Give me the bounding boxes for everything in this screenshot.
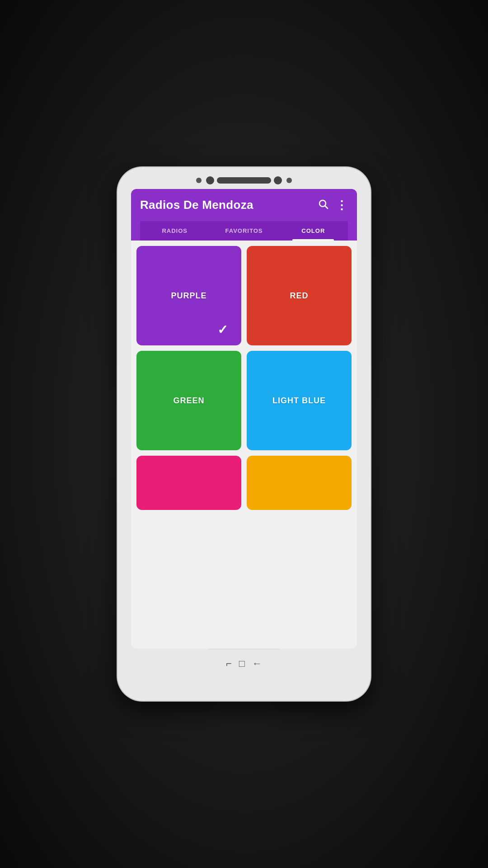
app-header: Radios De Mendoza ⋮ RADIOS [131, 189, 357, 241]
bottom-nav: ⌐ □ ← [209, 649, 279, 678]
color-grid: PURPLE ✓ RED GREEN LIGHT BLUE [136, 246, 352, 510]
color-tile-purple[interactable]: PURPLE ✓ [136, 246, 241, 345]
color-label-light-blue: LIGHT BLUE [272, 396, 326, 406]
color-tile-red[interactable]: RED [247, 246, 352, 345]
camera-dot [206, 176, 214, 184]
phone-frame: Radios De Mendoza ⋮ RADIOS [117, 167, 371, 701]
header-icons: ⋮ [318, 198, 348, 212]
recent-apps-button[interactable]: ⌐ [222, 654, 235, 673]
tab-radios[interactable]: RADIOS [140, 221, 209, 241]
color-label-green: GREEN [173, 396, 204, 406]
sensor-dot-3 [274, 176, 282, 184]
color-label-red: RED [290, 291, 308, 301]
color-tile-pink[interactable] [136, 456, 241, 510]
color-tile-orange[interactable] [247, 456, 352, 510]
sensor-dot-1 [196, 178, 202, 183]
app-title: Radios De Mendoza [140, 198, 253, 212]
color-label-purple: PURPLE [171, 291, 206, 301]
header-top: Radios De Mendoza ⋮ [140, 198, 348, 221]
svg-line-1 [325, 206, 328, 208]
home-button[interactable]: □ [235, 654, 249, 673]
tab-bar: RADIOS FAVORITOS COLOR [140, 221, 348, 241]
screen: Radios De Mendoza ⋮ RADIOS [131, 189, 357, 649]
search-icon[interactable] [318, 198, 328, 212]
color-tile-light-blue[interactable]: LIGHT BLUE [247, 351, 352, 450]
tab-favoritos[interactable]: FAVORITOS [209, 221, 278, 241]
sensor-dot-4 [286, 178, 292, 183]
sensor-bar [117, 176, 371, 184]
color-tile-green[interactable]: GREEN [136, 351, 241, 450]
color-content: PURPLE ✓ RED GREEN LIGHT BLUE [131, 241, 357, 649]
selected-checkmark: ✓ [217, 322, 228, 337]
tab-color[interactable]: COLOR [279, 221, 348, 241]
speaker-grille [217, 177, 271, 184]
back-button[interactable]: ← [249, 654, 266, 673]
more-options-icon[interactable]: ⋮ [336, 199, 348, 211]
